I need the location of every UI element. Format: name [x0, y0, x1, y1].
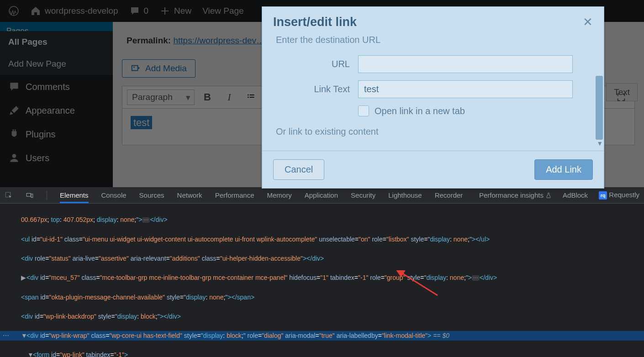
- comment-icon: [8, 81, 20, 93]
- linktext-label: Link Text: [276, 84, 358, 94]
- media-icon: [131, 63, 141, 74]
- dom-tree[interactable]: 00.667px; top: 407.052px; display: none;…: [0, 204, 644, 357]
- svg-rect-9: [26, 193, 31, 196]
- inspect-icon[interactable]: [5, 191, 13, 200]
- flask-icon: [545, 192, 552, 199]
- italic-button[interactable]: I: [220, 88, 238, 106]
- plug-icon: [8, 128, 20, 140]
- tab-console[interactable]: Console: [101, 191, 127, 199]
- bold-button[interactable]: B: [198, 88, 216, 106]
- fullscreen-icon: [616, 92, 626, 102]
- tab-elements[interactable]: Elements: [60, 191, 89, 203]
- tab-adblock[interactable]: AdBlock: [563, 191, 588, 199]
- tab-recorder[interactable]: Recorder: [435, 191, 463, 199]
- home-icon: [30, 5, 41, 16]
- site-link[interactable]: wordpress-develop: [25, 0, 124, 22]
- scrollbar-thumb[interactable]: [596, 76, 603, 140]
- add-media-button[interactable]: Add Media: [122, 59, 195, 78]
- svg-rect-5: [250, 94, 254, 95]
- permalink-url[interactable]: https://wordpress-dev…: [173, 36, 265, 45]
- site-name: wordpress-develop: [45, 6, 118, 16]
- comment-icon: [129, 5, 140, 16]
- sidebar-users[interactable]: Users: [0, 146, 113, 170]
- comment-count: 0: [144, 6, 149, 16]
- viewpage-label: View Page: [202, 6, 244, 16]
- brush-icon: [8, 105, 20, 116]
- plus-icon: [159, 5, 170, 16]
- tab-network[interactable]: Network: [177, 191, 202, 199]
- devtools-toolbar: Elements Console Sources Network Perform…: [0, 187, 644, 204]
- sidebar-appearance[interactable]: Appearance: [0, 99, 113, 122]
- tab-perfinsights[interactable]: Performance insights: [479, 191, 552, 199]
- device-icon[interactable]: [26, 191, 34, 200]
- svg-point-3: [133, 67, 135, 68]
- modal-instruction: Enter the destination URL: [276, 35, 590, 45]
- tab-application[interactable]: Application: [305, 191, 338, 199]
- devtools: Elements Console Sources Network Perform…: [0, 187, 644, 357]
- sidebar-all-pages[interactable]: All Pages: [0, 31, 113, 53]
- svg-rect-2: [132, 66, 138, 71]
- selected-dom-node[interactable]: ▼<div id="wp-link-wrap" class="wp-core-u…: [0, 331, 644, 341]
- tab-performance[interactable]: Performance: [215, 191, 254, 199]
- format-select[interactable]: Paragraph▾: [127, 89, 195, 105]
- tab-requestly[interactable]: rq Requestly: [599, 191, 639, 200]
- tab-memory[interactable]: Memory: [267, 191, 292, 199]
- cancel-button[interactable]: Cancel: [273, 159, 324, 180]
- newtab-checkbox[interactable]: [358, 105, 369, 116]
- existing-content-label: Or link to existing content: [276, 126, 590, 137]
- comments-link[interactable]: 0: [124, 0, 154, 22]
- tab-lighthouse[interactable]: Lighthouse: [388, 191, 422, 199]
- add-link-button[interactable]: Add Link: [534, 159, 593, 180]
- wp-logo[interactable]: [3, 0, 25, 22]
- user-icon: [8, 152, 20, 164]
- requestly-icon: rq: [599, 191, 607, 200]
- modal-title: Insert/edit link: [273, 15, 357, 29]
- link-modal: Insert/edit link ✕ Enter the destination…: [262, 6, 604, 189]
- tab-security[interactable]: Security: [351, 191, 375, 199]
- svg-point-6: [248, 97, 249, 98]
- new-label: New: [174, 6, 191, 16]
- sidebar-pages-header[interactable]: Pages: [0, 22, 113, 31]
- svg-rect-7: [250, 97, 254, 98]
- svg-point-4: [248, 94, 249, 96]
- newtab-label: Open link in a new tab: [375, 106, 465, 116]
- svg-point-1: [12, 154, 16, 158]
- linktext-input[interactable]: [358, 80, 573, 98]
- new-link[interactable]: New: [154, 0, 197, 22]
- sidebar-add-page[interactable]: Add New Page: [0, 53, 113, 75]
- svg-rect-10: [31, 194, 33, 198]
- list-button[interactable]: [242, 88, 260, 106]
- list-icon: [247, 93, 256, 102]
- wordpress-icon: [8, 5, 19, 16]
- fullscreen-button[interactable]: [612, 88, 630, 106]
- sidebar-plugins[interactable]: Plugins: [0, 122, 113, 146]
- admin-sidebar: Pages All Pages Add New Page Comments Ap…: [0, 22, 113, 187]
- tab-sources[interactable]: Sources: [139, 191, 164, 199]
- url-label: URL: [276, 59, 358, 69]
- viewpage-link[interactable]: View Page: [197, 0, 249, 22]
- url-input[interactable]: [358, 55, 573, 73]
- modal-close-button[interactable]: ✕: [583, 15, 593, 29]
- selected-text: test: [131, 116, 152, 129]
- scroll-down-icon[interactable]: ▼: [596, 140, 603, 147]
- sidebar-comments[interactable]: Comments: [0, 75, 113, 99]
